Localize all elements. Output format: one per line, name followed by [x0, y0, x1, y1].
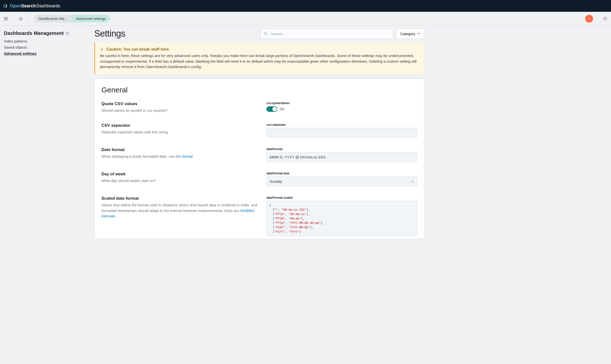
- bolt-icon: [100, 47, 104, 51]
- date-format-input[interactable]: [266, 152, 417, 162]
- brand-logo-icon: [3, 3, 8, 8]
- setting-desc: What day should weeks start on?: [101, 178, 259, 184]
- csv-separator-input[interactable]: [266, 128, 417, 138]
- setting-desc: Separate exported values with this strin…: [101, 129, 259, 135]
- setting-title: CSV separator: [101, 123, 259, 128]
- help-icon: [603, 17, 607, 21]
- setting-date-format: Date format When displaying a pretty for…: [101, 147, 417, 162]
- breadcrumb-bar: Dashboards Ma… Advanced settings: [34, 15, 111, 23]
- breadcrumb-advanced-settings[interactable]: Advanced settings: [70, 15, 111, 23]
- setting-title: Scaled date format: [101, 196, 259, 201]
- sidebar-item-saved-objects[interactable]: Saved objects: [4, 45, 90, 50]
- brand-text: OpenSearchDashboards: [10, 3, 60, 9]
- main-content: Settings Category Caution: You can break…: [94, 26, 428, 249]
- hamburger-icon: [4, 17, 8, 21]
- help-button[interactable]: [601, 15, 609, 23]
- settings-search-input[interactable]: [261, 28, 393, 39]
- help-icon[interactable]: [66, 32, 69, 35]
- chevron-down-icon: [417, 32, 420, 35]
- switch-knob: [272, 107, 277, 111]
- check-icon: ✓: [268, 107, 270, 111]
- field-label: dateFormat:dow: [266, 172, 417, 175]
- sidebar-item-advanced-settings[interactable]: Advanced settings: [4, 51, 90, 56]
- category-filter-button[interactable]: Category: [396, 28, 424, 39]
- svg-point-0: [4, 4, 7, 7]
- setting-title: Date format: [101, 147, 259, 152]
- setting-desc: When displaying a pretty formatted date,…: [101, 154, 259, 159]
- section-title-general: General: [101, 86, 417, 94]
- sidebar-title: Dashboards Management: [4, 30, 64, 36]
- callout-title-text: Caution: You can break stuff here: [106, 47, 169, 52]
- setting-day-of-week: Day of week What day should weeks start …: [101, 172, 417, 186]
- setting-title: Quote CSV values: [101, 101, 259, 106]
- setting-title: Day of week: [101, 172, 259, 177]
- setting-csv-quote: Quote CSV values Should values be quoted…: [101, 101, 417, 113]
- brand[interactable]: OpenSearchDashboards: [3, 3, 60, 9]
- setting-scaled-date-format: Scaled date format Values that define th…: [101, 196, 417, 236]
- header-row: Dashboards Ma… Advanced settings o: [0, 12, 611, 26]
- field-label: csv:quoteValues: [266, 101, 417, 105]
- category-label: Category: [400, 32, 415, 36]
- breadcrumb-dashboards-management[interactable]: Dashboards Ma…: [34, 15, 73, 23]
- home-icon: [19, 17, 23, 21]
- field-label: csv:separator: [266, 123, 417, 126]
- csv-quote-toggle[interactable]: ✓: [266, 106, 277, 112]
- scaled-date-format-textarea[interactable]: [ ["", "HH:mm:ss.SSS"], ["PT1S", "HH:mm:…: [266, 201, 417, 236]
- caution-callout: Caution: You can break stuff here Be car…: [94, 43, 424, 74]
- setting-desc: Values that define the format used in si…: [101, 202, 259, 219]
- search-icon: [264, 32, 267, 36]
- setting-desc: Should values be quoted in csv exports?: [101, 108, 259, 113]
- field-label: dateFormat:scaled: [266, 196, 417, 199]
- select-value: Sunday: [270, 179, 282, 183]
- divider: [597, 15, 597, 22]
- callout-body: Be careful in here, these settings are f…: [100, 53, 419, 70]
- page-title: Settings: [94, 28, 125, 39]
- chevron-down-icon: [411, 180, 414, 183]
- field-label: dateFormat: [266, 147, 417, 151]
- divider: [28, 15, 28, 22]
- home-button[interactable]: [17, 15, 25, 23]
- menu-toggle-button[interactable]: [2, 15, 10, 23]
- setting-csv-separator: CSV separator Separate exported values w…: [101, 123, 417, 138]
- general-settings-card: General Quote CSV values Should values b…: [94, 79, 424, 239]
- day-of-week-select[interactable]: Sunday: [266, 177, 417, 186]
- sidebar-item-index-patterns[interactable]: Index patterns: [4, 39, 90, 44]
- divider: [13, 15, 14, 22]
- user-avatar[interactable]: o: [585, 15, 593, 23]
- format-link[interactable]: format: [182, 154, 193, 158]
- toggle-state-label: On: [280, 107, 284, 111]
- top-bar: OpenSearchDashboards: [0, 0, 611, 12]
- sidebar: Dashboards Management Index patterns Sav…: [0, 26, 94, 249]
